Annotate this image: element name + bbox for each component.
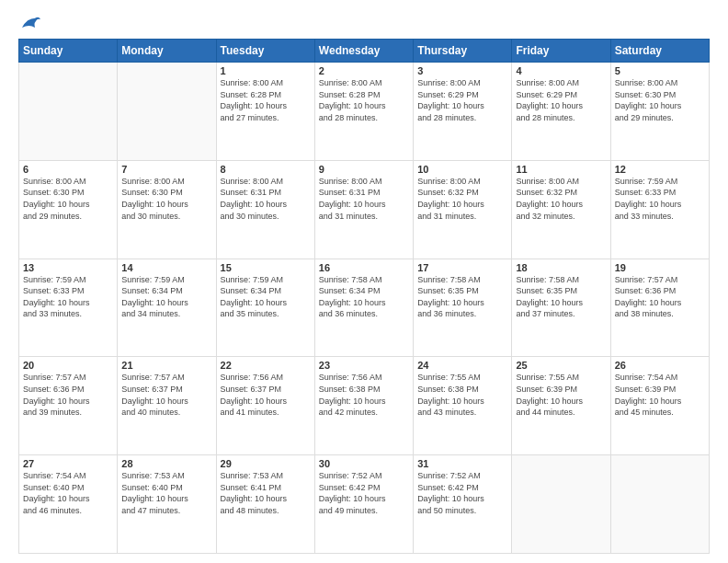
calendar-cell: 27Sunrise: 7:54 AM Sunset: 6:40 PM Dayli… <box>19 455 118 554</box>
calendar-cell: 14Sunrise: 7:59 AM Sunset: 6:34 PM Dayli… <box>118 259 216 357</box>
day-info: Sunrise: 7:54 AM Sunset: 6:39 PM Dayligh… <box>615 372 705 418</box>
calendar-cell: 19Sunrise: 7:57 AM Sunset: 6:36 PM Dayli… <box>610 259 709 357</box>
day-info: Sunrise: 8:00 AM Sunset: 6:32 PM Dayligh… <box>516 176 606 222</box>
day-info: Sunrise: 8:00 AM Sunset: 6:28 PM Dayligh… <box>319 77 409 123</box>
calendar-header-saturday: Saturday <box>610 40 709 63</box>
day-number: 6 <box>23 164 113 175</box>
day-info: Sunrise: 8:00 AM Sunset: 6:29 PM Dayligh… <box>516 77 606 123</box>
calendar-cell: 10Sunrise: 8:00 AM Sunset: 6:32 PM Dayli… <box>414 160 512 259</box>
day-number: 21 <box>121 360 211 371</box>
day-number: 28 <box>121 458 211 469</box>
calendar-cell: 31Sunrise: 7:52 AM Sunset: 6:42 PM Dayli… <box>414 455 512 554</box>
calendar-cell: 2Sunrise: 8:00 AM Sunset: 6:28 PM Daylig… <box>314 63 413 161</box>
calendar-cell: 6Sunrise: 8:00 AM Sunset: 6:30 PM Daylig… <box>19 160 118 259</box>
day-info: Sunrise: 8:00 AM Sunset: 6:31 PM Dayligh… <box>221 176 311 222</box>
day-number: 26 <box>615 360 705 371</box>
day-number: 24 <box>417 360 507 371</box>
day-number: 1 <box>221 65 311 76</box>
day-number: 16 <box>319 262 409 273</box>
logo-bird-icon <box>20 15 40 31</box>
day-info: Sunrise: 7:58 AM Sunset: 6:34 PM Dayligh… <box>319 274 409 320</box>
day-info: Sunrise: 8:00 AM Sunset: 6:30 PM Dayligh… <box>615 77 705 123</box>
day-number: 3 <box>417 65 507 76</box>
day-info: Sunrise: 7:57 AM Sunset: 6:37 PM Dayligh… <box>121 372 211 418</box>
calendar-cell: 25Sunrise: 7:55 AM Sunset: 6:39 PM Dayli… <box>512 357 610 455</box>
day-info: Sunrise: 7:57 AM Sunset: 6:36 PM Dayligh… <box>615 274 705 320</box>
calendar-cell: 8Sunrise: 8:00 AM Sunset: 6:31 PM Daylig… <box>216 160 314 259</box>
day-info: Sunrise: 7:58 AM Sunset: 6:35 PM Dayligh… <box>417 274 507 320</box>
calendar-header-tuesday: Tuesday <box>216 40 314 63</box>
day-number: 27 <box>23 458 113 469</box>
calendar-cell: 16Sunrise: 7:58 AM Sunset: 6:34 PM Dayli… <box>314 259 413 357</box>
day-info: Sunrise: 7:59 AM Sunset: 6:33 PM Dayligh… <box>23 274 113 320</box>
calendar-cell: 9Sunrise: 8:00 AM Sunset: 6:31 PM Daylig… <box>314 160 413 259</box>
calendar-cell <box>19 63 118 161</box>
calendar-header-row: SundayMondayTuesdayWednesdayThursdayFrid… <box>19 40 710 63</box>
day-number: 13 <box>23 262 113 273</box>
day-number: 25 <box>516 360 606 371</box>
day-info: Sunrise: 7:59 AM Sunset: 6:34 PM Dayligh… <box>121 274 211 320</box>
day-info: Sunrise: 8:00 AM Sunset: 6:28 PM Dayligh… <box>221 77 311 123</box>
calendar-cell: 1Sunrise: 8:00 AM Sunset: 6:28 PM Daylig… <box>216 63 314 161</box>
calendar-cell <box>118 63 216 161</box>
calendar-cell: 26Sunrise: 7:54 AM Sunset: 6:39 PM Dayli… <box>610 357 709 455</box>
calendar-cell: 21Sunrise: 7:57 AM Sunset: 6:37 PM Dayli… <box>118 357 216 455</box>
calendar-cell: 15Sunrise: 7:59 AM Sunset: 6:34 PM Dayli… <box>216 259 314 357</box>
day-info: Sunrise: 7:55 AM Sunset: 6:39 PM Dayligh… <box>516 372 606 418</box>
day-number: 9 <box>319 164 409 175</box>
day-info: Sunrise: 7:52 AM Sunset: 6:42 PM Dayligh… <box>417 470 507 516</box>
day-info: Sunrise: 7:59 AM Sunset: 6:33 PM Dayligh… <box>615 176 705 222</box>
calendar-header-thursday: Thursday <box>414 40 512 63</box>
calendar-cell: 30Sunrise: 7:52 AM Sunset: 6:42 PM Dayli… <box>314 455 413 554</box>
day-number: 20 <box>23 360 113 371</box>
day-info: Sunrise: 7:53 AM Sunset: 6:40 PM Dayligh… <box>121 470 211 516</box>
day-info: Sunrise: 8:00 AM Sunset: 6:29 PM Dayligh… <box>417 77 507 123</box>
calendar-week-2: 13Sunrise: 7:59 AM Sunset: 6:33 PM Dayli… <box>19 259 710 357</box>
header <box>18 15 710 31</box>
day-number: 19 <box>615 262 705 273</box>
calendar-cell: 20Sunrise: 7:57 AM Sunset: 6:36 PM Dayli… <box>19 357 118 455</box>
calendar-week-4: 27Sunrise: 7:54 AM Sunset: 6:40 PM Dayli… <box>19 455 710 554</box>
calendar-week-3: 20Sunrise: 7:57 AM Sunset: 6:36 PM Dayli… <box>19 357 710 455</box>
day-info: Sunrise: 7:54 AM Sunset: 6:40 PM Dayligh… <box>23 470 113 516</box>
day-info: Sunrise: 8:00 AM Sunset: 6:30 PM Dayligh… <box>121 176 211 222</box>
calendar-cell: 28Sunrise: 7:53 AM Sunset: 6:40 PM Dayli… <box>118 455 216 554</box>
day-number: 12 <box>615 164 705 175</box>
calendar-cell: 11Sunrise: 8:00 AM Sunset: 6:32 PM Dayli… <box>512 160 610 259</box>
day-info: Sunrise: 7:56 AM Sunset: 6:38 PM Dayligh… <box>319 372 409 418</box>
calendar-cell: 17Sunrise: 7:58 AM Sunset: 6:35 PM Dayli… <box>414 259 512 357</box>
day-number: 14 <box>121 262 211 273</box>
day-info: Sunrise: 7:58 AM Sunset: 6:35 PM Dayligh… <box>516 274 606 320</box>
day-info: Sunrise: 7:57 AM Sunset: 6:36 PM Dayligh… <box>23 372 113 418</box>
calendar-header-monday: Monday <box>118 40 216 63</box>
calendar-cell: 23Sunrise: 7:56 AM Sunset: 6:38 PM Dayli… <box>314 357 413 455</box>
calendar-table: SundayMondayTuesdayWednesdayThursdayFrid… <box>18 39 710 554</box>
day-number: 11 <box>516 164 606 175</box>
calendar-cell: 12Sunrise: 7:59 AM Sunset: 6:33 PM Dayli… <box>610 160 709 259</box>
calendar-cell: 7Sunrise: 8:00 AM Sunset: 6:30 PM Daylig… <box>118 160 216 259</box>
day-number: 29 <box>221 458 311 469</box>
calendar-cell <box>512 455 610 554</box>
logo <box>18 15 40 31</box>
day-info: Sunrise: 7:59 AM Sunset: 6:34 PM Dayligh… <box>221 274 311 320</box>
day-info: Sunrise: 7:56 AM Sunset: 6:37 PM Dayligh… <box>221 372 311 418</box>
calendar-header-wednesday: Wednesday <box>314 40 413 63</box>
day-number: 31 <box>417 458 507 469</box>
calendar-cell: 5Sunrise: 8:00 AM Sunset: 6:30 PM Daylig… <box>610 63 709 161</box>
calendar-cell: 29Sunrise: 7:53 AM Sunset: 6:41 PM Dayli… <box>216 455 314 554</box>
day-number: 8 <box>221 164 311 175</box>
page: SundayMondayTuesdayWednesdayThursdayFrid… <box>0 0 728 563</box>
calendar-cell: 13Sunrise: 7:59 AM Sunset: 6:33 PM Dayli… <box>19 259 118 357</box>
calendar-header-friday: Friday <box>512 40 610 63</box>
day-info: Sunrise: 7:55 AM Sunset: 6:38 PM Dayligh… <box>417 372 507 418</box>
day-number: 18 <box>516 262 606 273</box>
day-info: Sunrise: 8:00 AM Sunset: 6:32 PM Dayligh… <box>417 176 507 222</box>
day-info: Sunrise: 7:52 AM Sunset: 6:42 PM Dayligh… <box>319 470 409 516</box>
calendar-week-0: 1Sunrise: 8:00 AM Sunset: 6:28 PM Daylig… <box>19 63 710 161</box>
calendar-cell: 3Sunrise: 8:00 AM Sunset: 6:29 PM Daylig… <box>414 63 512 161</box>
day-info: Sunrise: 8:00 AM Sunset: 6:30 PM Dayligh… <box>23 176 113 222</box>
day-number: 10 <box>417 164 507 175</box>
calendar-cell: 4Sunrise: 8:00 AM Sunset: 6:29 PM Daylig… <box>512 63 610 161</box>
day-number: 4 <box>516 65 606 76</box>
day-info: Sunrise: 7:53 AM Sunset: 6:41 PM Dayligh… <box>221 470 311 516</box>
